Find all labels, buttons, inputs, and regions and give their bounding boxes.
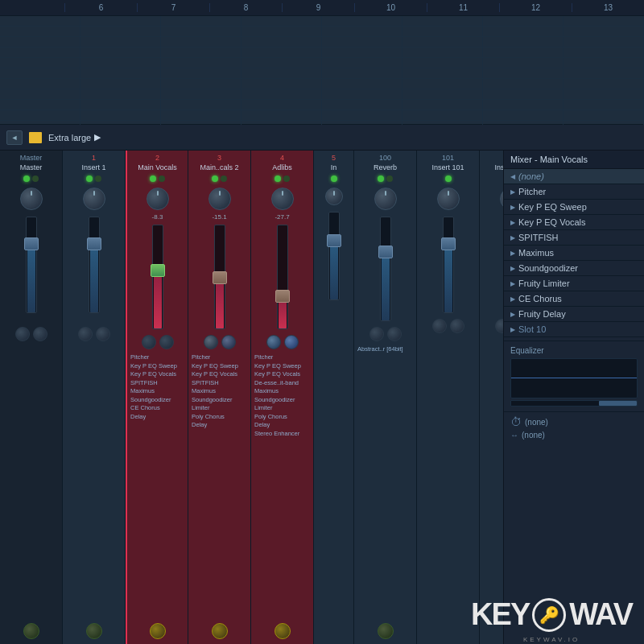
mini-knob-1-2[interactable] bbox=[142, 335, 156, 349]
insert-item[interactable]: SPITFISH bbox=[130, 379, 184, 388]
pan-knob-100[interactable] bbox=[374, 188, 397, 210]
insert-slot-cechorus[interactable]: ▶ CE Chorus bbox=[504, 291, 644, 307]
led-green-1[interactable] bbox=[86, 175, 93, 182]
insert-item[interactable]: Key P EQ Sweep bbox=[192, 362, 247, 371]
insert-item[interactable]: Key P EQ Vocals bbox=[192, 370, 247, 379]
fader-handle-5[interactable] bbox=[327, 234, 341, 247]
pan-knob-102[interactable] bbox=[500, 188, 504, 210]
fader-handle-2[interactable] bbox=[151, 264, 165, 277]
channel-name-100: Reverb bbox=[356, 163, 415, 173]
fader-handle-101[interactable] bbox=[441, 237, 456, 250]
insert-slot-fruitylimiter[interactable]: ▶ Fruity Limiter bbox=[504, 276, 644, 291]
eq-scrollbar[interactable] bbox=[510, 400, 638, 407]
mini-knob-1-master[interactable] bbox=[15, 327, 30, 341]
insert-item[interactable]: Delay bbox=[130, 413, 184, 422]
insert-slot-pitcher[interactable]: ▶ Pitcher bbox=[504, 184, 644, 200]
led-off-master[interactable] bbox=[32, 175, 39, 182]
mini-knob-1-100[interactable] bbox=[369, 327, 384, 341]
pan-knob-4[interactable] bbox=[271, 188, 294, 210]
pan-knob-101[interactable] bbox=[437, 188, 460, 210]
led-green-100[interactable] bbox=[378, 175, 384, 182]
mini-knob-2-1[interactable] bbox=[96, 327, 110, 341]
insert-item[interactable]: Limiter bbox=[192, 404, 247, 413]
size-dropdown[interactable]: Extra large ▶ bbox=[48, 132, 101, 142]
pan-knob-5[interactable] bbox=[325, 188, 343, 205]
insert-item[interactable]: Delay bbox=[192, 421, 247, 430]
insert-item[interactable]: Poly Chorus bbox=[192, 413, 247, 422]
mini-knob-2-100[interactable] bbox=[387, 327, 402, 341]
insert-slot-maximus[interactable]: ▶ Maximus bbox=[504, 246, 644, 261]
insert-item[interactable]: Soundgoodizer bbox=[192, 396, 247, 405]
send-icon-100[interactable] bbox=[378, 623, 394, 639]
insert-item[interactable]: CE Chorus bbox=[130, 404, 184, 413]
send-icon-4[interactable] bbox=[275, 623, 291, 639]
send-icon-master[interactable] bbox=[23, 623, 39, 639]
mini-knob-2-101[interactable] bbox=[450, 319, 464, 333]
insert-item[interactable]: Soundgoodizer bbox=[130, 396, 184, 405]
insert-item[interactable]: Pitcher bbox=[192, 353, 247, 362]
mini-knob-1-3[interactable] bbox=[204, 335, 218, 349]
led-off-3[interactable] bbox=[221, 175, 227, 182]
mini-knob-1-4[interactable] bbox=[266, 335, 281, 349]
mini-knob-2-3[interactable] bbox=[221, 335, 236, 349]
mini-knob-2-master[interactable] bbox=[33, 327, 47, 341]
pan-knob-1[interactable] bbox=[83, 188, 105, 210]
led-off-2[interactable] bbox=[159, 175, 165, 182]
mini-knob-2-4[interactable] bbox=[284, 335, 299, 349]
insert-item[interactable]: De-esse..it-band bbox=[254, 379, 310, 388]
led-off-4[interactable] bbox=[283, 175, 290, 182]
slot-arrow-icon: ▶ bbox=[510, 280, 515, 287]
mini-knob-1-101[interactable] bbox=[432, 319, 447, 333]
insert-item[interactable]: Delay bbox=[254, 421, 310, 430]
insert-item[interactable]: Limiter bbox=[254, 404, 310, 413]
fader-handle-3[interactable] bbox=[213, 271, 227, 284]
led-green-3[interactable] bbox=[212, 175, 218, 182]
led-green-5[interactable] bbox=[331, 175, 337, 182]
fader-track-1 bbox=[89, 217, 100, 313]
insert-item[interactable]: Key P EQ Sweep bbox=[254, 362, 310, 371]
insert-item[interactable]: Key P EQ Sweep bbox=[130, 362, 184, 371]
insert-item[interactable]: SPITFISH bbox=[192, 379, 247, 388]
insert-item[interactable]: Stereo Enhancer bbox=[254, 430, 310, 439]
fader-handle-4[interactable] bbox=[275, 290, 290, 303]
insert-item[interactable]: Maximus bbox=[254, 387, 310, 396]
pan-knob-master[interactable] bbox=[20, 188, 43, 210]
insert-item[interactable]: Key P EQ Vocals bbox=[254, 370, 310, 379]
insert-item[interactable]: Maximus bbox=[192, 387, 247, 396]
insert-item[interactable]: Abstract..r [64bit] bbox=[357, 345, 413, 354]
pan-knob-2[interactable] bbox=[147, 188, 169, 210]
send-icon-1[interactable] bbox=[86, 623, 102, 639]
insert-slot-spitfish[interactable]: ▶ SPITFISH bbox=[504, 230, 644, 246]
led-off-100[interactable] bbox=[386, 175, 393, 182]
bottom-none-label-1: (none) bbox=[525, 418, 548, 427]
led-green-101[interactable] bbox=[445, 175, 452, 182]
insert-slot-none[interactable]: ◀ (none) bbox=[504, 169, 644, 184]
insert-item[interactable]: Key P EQ Vocals bbox=[130, 370, 184, 379]
led-green-4[interactable] bbox=[275, 175, 281, 182]
insert-item[interactable]: Soundgoodizer bbox=[254, 396, 310, 405]
send-icon-3[interactable] bbox=[212, 623, 228, 639]
insert-slot-10[interactable]: ▶ Slot 10 bbox=[504, 322, 644, 337]
mini-knob-1-102[interactable] bbox=[495, 319, 504, 333]
insert-slot-keyeqvocals[interactable]: ▶ Key P EQ Vocals bbox=[504, 215, 644, 230]
insert-slot-keyeqsweep[interactable]: ▶ Key P EQ Sweep bbox=[504, 200, 644, 215]
channel-leds-100 bbox=[378, 175, 393, 182]
pan-knob-3[interactable] bbox=[208, 188, 231, 210]
mini-knobs-2 bbox=[141, 334, 175, 350]
fader-handle-1[interactable] bbox=[87, 237, 101, 250]
insert-item[interactable]: Poly Chorus bbox=[254, 413, 310, 422]
led-off-1[interactable] bbox=[95, 175, 101, 182]
prev-button[interactable]: ◄ bbox=[6, 130, 23, 145]
insert-slot-soundgoodizer[interactable]: ▶ Soundgoodizer bbox=[504, 261, 644, 276]
fader-handle-master[interactable] bbox=[24, 237, 39, 250]
led-green-master[interactable] bbox=[23, 175, 30, 182]
mini-knob-1-1[interactable] bbox=[78, 327, 93, 341]
insert-item[interactable]: Maximus bbox=[130, 387, 184, 396]
insert-slot-fruitydelay[interactable]: ▶ Fruity Delay bbox=[504, 307, 644, 322]
insert-item[interactable]: Pitcher bbox=[130, 353, 184, 362]
send-icon-2[interactable] bbox=[150, 623, 166, 639]
mini-knob-2-2[interactable] bbox=[159, 335, 174, 349]
led-green-2[interactable] bbox=[150, 175, 156, 182]
fader-handle-100[interactable] bbox=[378, 246, 393, 258]
insert-item[interactable]: Pitcher bbox=[254, 353, 310, 362]
